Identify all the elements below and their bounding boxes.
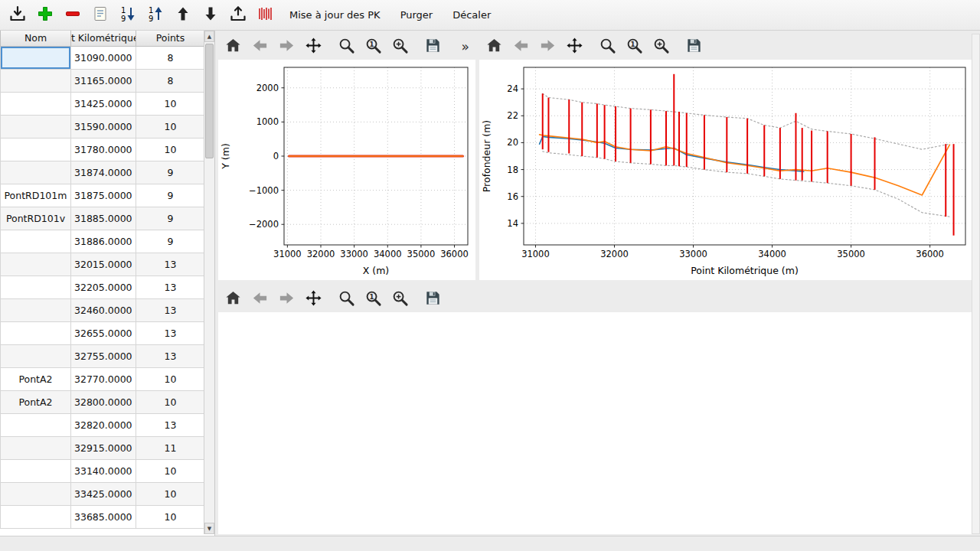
table-scrollbar-thumb[interactable] (205, 44, 214, 158)
table-scrollbar[interactable]: ▲ ▼ (204, 31, 214, 534)
import-button[interactable] (6, 4, 29, 27)
cell-pk[interactable]: 32755.0000 (71, 344, 136, 367)
back-button[interactable] (511, 37, 531, 57)
cell-points[interactable]: 13 (136, 298, 205, 321)
cell-nom[interactable] (1, 161, 71, 184)
cell-nom[interactable] (1, 436, 71, 459)
delete-row-button[interactable] (61, 4, 84, 27)
cell-pk[interactable]: 32915.0000 (71, 436, 136, 459)
cell-pk[interactable]: 31886.0000 (71, 230, 136, 253)
shift-button[interactable]: Décaler (445, 5, 498, 24)
cell-pk[interactable]: 32655.0000 (71, 321, 136, 344)
cell-pk[interactable]: 32015.0000 (71, 253, 136, 276)
cell-points[interactable]: 13 (136, 344, 205, 367)
cell-points[interactable]: 10 (136, 390, 205, 413)
sort-descending-button[interactable]: 19 (116, 4, 139, 27)
purge-button[interactable]: Purger (393, 5, 441, 24)
cell-pk[interactable]: 31874.0000 (71, 161, 136, 184)
plan-plot-canvas[interactable]: 310003200033000340003500036000−2000−1000… (218, 60, 475, 280)
cell-pk[interactable]: 31165.0000 (71, 69, 136, 92)
plan-view-chart[interactable]: 310003200033000340003500036000−2000−1000… (218, 60, 475, 280)
forward-button[interactable] (276, 37, 296, 57)
cell-pk[interactable]: 32770.0000 (71, 367, 136, 390)
cell-points[interactable]: 13 (136, 276, 205, 298)
cell-points[interactable]: 10 (136, 505, 205, 528)
sort-ascending-button[interactable]: 19 (144, 4, 167, 27)
cell-points[interactable]: 13 (136, 321, 205, 344)
cell-points[interactable]: 8 (136, 69, 205, 92)
cell-nom[interactable] (1, 344, 71, 367)
zoom-plus-button[interactable] (651, 37, 671, 57)
pan-button[interactable] (564, 37, 584, 57)
cell-nom[interactable]: PontA2 (1, 367, 71, 390)
cell-nom[interactable] (1, 482, 71, 505)
home-button[interactable] (223, 289, 243, 309)
cell-pk[interactable]: 31090.0000 (71, 46, 136, 69)
cell-nom[interactable] (1, 115, 71, 138)
edit-list-button[interactable] (89, 4, 112, 27)
scroll-down-button[interactable]: ▼ (204, 523, 214, 534)
column-header-nom[interactable]: Nom (1, 31, 71, 46)
zoom-one-button[interactable]: 1 (363, 37, 383, 57)
toolbar-overflow-button[interactable]: » (462, 39, 469, 54)
cell-nom[interactable] (1, 230, 71, 253)
cell-nom[interactable] (1, 505, 71, 528)
cell-nom[interactable] (1, 276, 71, 298)
zoom-plus-button[interactable] (390, 289, 410, 309)
cell-pk[interactable]: 33685.0000 (71, 505, 136, 528)
cell-nom[interactable] (1, 69, 71, 92)
zoom-button[interactable] (336, 37, 356, 57)
cell-points[interactable]: 10 (136, 459, 205, 482)
cell-points[interactable]: 9 (136, 161, 205, 184)
profiles-button[interactable] (254, 4, 277, 27)
update-pk-button[interactable]: Mise à jour des PK (282, 5, 388, 24)
add-row-button[interactable] (34, 4, 57, 27)
cell-nom[interactable] (1, 413, 71, 436)
cell-pk[interactable]: 32460.0000 (71, 298, 136, 321)
cell-pk[interactable]: 31875.0000 (71, 184, 136, 207)
save-button[interactable] (423, 37, 443, 57)
cell-nom[interactable]: PontA2 (1, 390, 71, 413)
cell-nom[interactable] (1, 459, 71, 482)
scroll-up-button[interactable]: ▲ (204, 31, 214, 42)
cell-pk[interactable]: 31425.0000 (71, 92, 136, 115)
home-button[interactable] (223, 37, 243, 57)
cell-nom[interactable] (1, 46, 71, 69)
back-button[interactable] (250, 37, 270, 57)
cell-points[interactable]: 13 (136, 413, 205, 436)
zoom-one-button[interactable]: 1 (624, 37, 644, 57)
cell-pk[interactable]: 33425.0000 (71, 482, 136, 505)
cell-points[interactable]: 13 (136, 253, 205, 276)
empty-plot-canvas[interactable] (218, 312, 972, 534)
forward-button[interactable] (537, 37, 557, 57)
save-button[interactable] (423, 289, 443, 309)
export-button[interactable] (227, 4, 250, 27)
zoom-plus-button[interactable] (390, 37, 410, 57)
zoom-button[interactable] (336, 289, 356, 309)
cell-pk[interactable]: 31590.0000 (71, 115, 136, 138)
save-button[interactable] (684, 37, 704, 57)
cell-nom[interactable] (1, 253, 71, 276)
cell-nom[interactable]: PontRD101m (1, 184, 71, 207)
cell-points[interactable]: 10 (136, 92, 205, 115)
window-scrollbar[interactable] (972, 34, 980, 534)
cell-points[interactable]: 10 (136, 367, 205, 390)
cell-nom[interactable]: PontRD101v (1, 207, 71, 230)
profil-en-long-chart[interactable]: 3100032000330003400035000360001416182022… (479, 60, 972, 280)
home-button[interactable] (484, 37, 504, 57)
cell-nom[interactable] (1, 321, 71, 344)
cell-points[interactable]: 10 (136, 482, 205, 505)
cell-pk[interactable]: 32205.0000 (71, 276, 136, 298)
pan-button[interactable] (303, 289, 323, 309)
column-header-pk[interactable]: t Kilométrique (71, 31, 136, 46)
cell-points[interactable]: 10 (136, 115, 205, 138)
cell-points[interactable]: 10 (136, 138, 205, 161)
cell-points[interactable]: 9 (136, 207, 205, 230)
cell-pk[interactable]: 32800.0000 (71, 390, 136, 413)
cell-pk[interactable]: 31780.0000 (71, 138, 136, 161)
cell-points[interactable]: 11 (136, 436, 205, 459)
cell-points[interactable]: 9 (136, 184, 205, 207)
cell-points[interactable]: 8 (136, 46, 205, 69)
forward-button[interactable] (276, 289, 296, 309)
cell-nom[interactable] (1, 92, 71, 115)
